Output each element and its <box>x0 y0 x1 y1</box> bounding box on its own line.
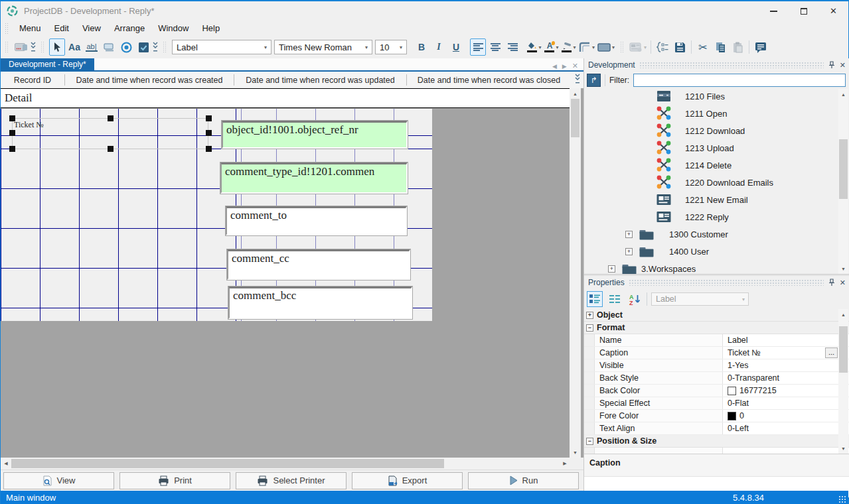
prop-row-text-align[interactable]: Text Align 0-Left <box>584 422 849 435</box>
prop-row-special-effect[interactable]: Special Effect 0-Flat <box>584 397 849 410</box>
column-created[interactable]: Date and time when record was created <box>65 74 234 86</box>
design-vertical-scrollbar[interactable]: ▲ ▼ <box>570 88 581 458</box>
expand-plus-icon[interactable]: + <box>608 265 615 273</box>
column-updated[interactable]: Date and time when record was updated <box>234 74 407 86</box>
outline-list-button[interactable] <box>655 38 670 56</box>
textbox-tool-button[interactable]: ab| <box>84 38 100 56</box>
menu-view[interactable]: View <box>76 21 108 35</box>
selection-handle[interactable] <box>206 130 212 136</box>
scroll-down-icon[interactable]: ▼ <box>570 447 581 458</box>
radio-tool-button[interactable] <box>118 38 134 56</box>
expand-plus-icon[interactable]: + <box>586 312 593 319</box>
sort-az-button[interactable]: A Z <box>627 291 643 307</box>
menu-menu[interactable]: Menu <box>13 21 48 35</box>
menu-window[interactable]: Window <box>151 21 195 35</box>
object-selector-combobox-disabled[interactable]: Label ▾ <box>651 292 749 306</box>
toolbar-grip-3[interactable] <box>163 41 167 53</box>
save-button[interactable] <box>672 38 688 56</box>
tab-development-reply[interactable]: Development - Reply* <box>1 58 94 70</box>
prop-row-caption[interactable]: Caption Ticket № ... <box>584 347 849 359</box>
prop-row-visible[interactable]: Visible 1-Yes <box>584 359 849 372</box>
run-button[interactable]: Run <box>468 472 579 489</box>
tab-close-icon[interactable]: ✕ <box>572 62 578 70</box>
tree-item-1220-download-emails[interactable]: 1220 Download Emails <box>584 174 849 191</box>
scroll-up-icon[interactable]: ▲ <box>570 88 581 99</box>
font-size-combobox[interactable]: 10 ▾ <box>375 40 407 54</box>
field-comment-bcc[interactable]: comment_bcc <box>228 286 412 319</box>
scroll-down-icon[interactable]: ▼ <box>838 263 848 274</box>
field-comment-to[interactable]: comment_to <box>226 206 407 235</box>
field-comment-type[interactable]: comment_type_id!1201.commen <box>220 162 408 194</box>
columns-overflow-icon[interactable] <box>574 73 581 85</box>
font-name-combobox[interactable]: Times New Roman ▾ <box>274 40 372 54</box>
caption-editor-button[interactable]: ... <box>825 347 838 358</box>
paste-button-disabled[interactable] <box>730 38 745 56</box>
selection-handle[interactable] <box>108 115 114 121</box>
checkbox-tool-button[interactable] <box>135 38 151 56</box>
scroll-up-icon[interactable]: ▲ <box>838 89 848 99</box>
expand-plus-icon[interactable]: + <box>625 248 633 255</box>
design-horizontal-scrollbar[interactable]: ◀ ▶ <box>1 458 570 470</box>
field-comment-cc[interactable]: comment_cc <box>227 249 410 280</box>
view-button[interactable]: View <box>3 472 114 489</box>
ticket-label[interactable]: Ticket № <box>14 120 44 130</box>
tree-item-1213-upload[interactable]: 1213 Upload <box>584 139 849 157</box>
alphabetical-view-button[interactable] <box>607 291 623 307</box>
italic-button[interactable]: I <box>431 38 447 56</box>
cut-button[interactable]: ✂ <box>695 38 711 56</box>
prop-row-back-style[interactable]: Back Style 0-Transparent <box>584 372 849 385</box>
tree-item-1214-delete[interactable]: 1214 Delete <box>584 157 849 174</box>
resize-grip[interactable] <box>838 495 846 503</box>
selection-handle[interactable] <box>108 146 114 152</box>
toolbar-grip[interactable] <box>5 41 9 53</box>
export-button[interactable]: Export <box>352 472 463 489</box>
tree-item-1210-files[interactable]: 1210 Files <box>584 89 849 105</box>
tree-item-1300-customer[interactable]: + 1300 Customer <box>584 225 849 243</box>
toolbar-grip-4[interactable] <box>620 41 624 53</box>
panel-close-icon[interactable]: ✕ <box>840 61 846 70</box>
pin-icon[interactable] <box>828 279 836 286</box>
tree-item-1211-open[interactable]: 1211 Open <box>584 105 849 122</box>
select-tool-button[interactable] <box>49 38 65 56</box>
print-button[interactable]: Print <box>119 472 230 489</box>
property-grid-scrollbar[interactable]: ▲ ▼ <box>838 309 848 454</box>
collapse-minus-icon[interactable]: − <box>586 324 593 332</box>
toolbar-grip-2[interactable] <box>40 41 44 53</box>
fill-color-button[interactable]: ▾ <box>526 38 542 56</box>
group-overflow-icon-2[interactable] <box>152 41 159 53</box>
object-type-combobox[interactable]: Label ▾ <box>172 40 271 54</box>
prop-group-format[interactable]: − Format <box>584 322 849 334</box>
tree-item-1221-new-email[interactable]: 1221 New Email <box>584 191 849 208</box>
label-tool-button[interactable]: Aa <box>66 38 82 56</box>
scroll-up-icon[interactable]: ▲ <box>838 309 848 320</box>
tab-scroll-left-icon[interactable]: ◀ <box>552 63 557 70</box>
menubar-grip[interactable] <box>5 23 9 34</box>
scroll-left-icon[interactable]: ◀ <box>1 458 11 469</box>
align-right-button[interactable] <box>504 38 520 56</box>
border-style-button[interactable]: ▾ <box>578 38 595 56</box>
maximize-button[interactable] <box>789 1 818 21</box>
select-printer-button[interactable]: Select Printer <box>236 472 347 489</box>
scroll-right-icon[interactable]: ▶ <box>560 458 570 469</box>
field-object-ref[interactable]: object_id!1001.object_ref_nr <box>222 121 408 149</box>
tree-item-workspaces[interactable]: + 3.Workspaces <box>584 260 849 274</box>
prop-row-fore-color[interactable]: Fore Color 0 <box>584 410 849 422</box>
selection-handle[interactable] <box>206 115 212 121</box>
menu-edit[interactable]: Edit <box>48 21 76 35</box>
close-button[interactable]: ✕ <box>818 1 848 21</box>
scroll-thumb[interactable] <box>839 139 848 199</box>
align-left-button[interactable] <box>470 38 486 56</box>
tab-scroll-right-icon[interactable]: ▶ <box>562 63 567 70</box>
menu-arrange[interactable]: Arrange <box>108 21 151 35</box>
button-tool-button[interactable] <box>101 38 117 56</box>
rectangle-tool-button[interactable]: ▾ <box>597 38 615 56</box>
selection-handle[interactable] <box>9 130 15 136</box>
column-record-id[interactable]: Record ID <box>1 74 65 86</box>
tree-item-1222-reply[interactable]: 1222 Reply <box>584 208 849 225</box>
selection-handle[interactable] <box>9 146 15 152</box>
font-color-button[interactable]: A ▾ <box>544 38 560 56</box>
scroll-thumb[interactable] <box>839 326 848 373</box>
detail-band-header[interactable]: Detail <box>1 88 570 108</box>
minimize-button[interactable] <box>759 1 789 21</box>
comments-button[interactable] <box>753 38 769 56</box>
